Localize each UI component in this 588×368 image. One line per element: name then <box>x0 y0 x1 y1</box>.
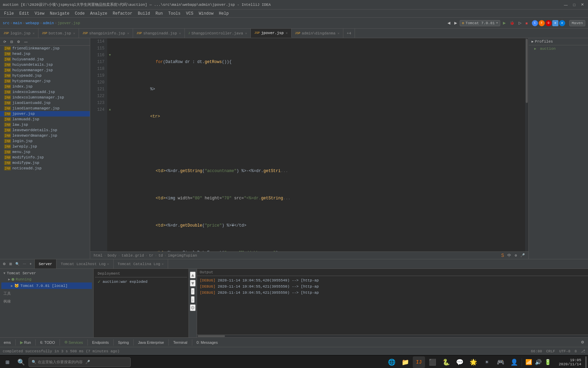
tree-item-head[interactable]: jsp head.jsp <box>0 51 90 57</box>
tree-item-modifyinfo[interactable]: jsp modifyinfo.jsp <box>0 155 90 160</box>
menu-window[interactable]: Window <box>196 11 216 17</box>
taskbar-app6[interactable]: 🎮 <box>494 356 507 368</box>
tab-login-jsp[interactable]: JSP login.jsp ✕ <box>0 29 38 38</box>
fold-arrow-116[interactable]: ▼ <box>107 52 113 59</box>
close-login-tab[interactable]: ✕ <box>33 31 35 35</box>
taskbar-app1[interactable]: ⬛ <box>426 356 439 368</box>
messages-button[interactable]: 0: Messages <box>194 339 220 346</box>
tree-item-jiaodiantuadd[interactable]: jsp jiaodiantuadd.jsp <box>0 100 90 106</box>
endpoints-button[interactable]: Endpoints <box>90 339 111 346</box>
arrow-down2-button[interactable]: ↓ <box>191 296 195 303</box>
bottom-panel-layout[interactable]: ⊞ <box>8 261 13 266</box>
tree-item-indexcolumnsadd[interactable]: jsp indexcolumnsadd.jsp <box>0 89 90 95</box>
taskbar-app4[interactable]: 🌟 <box>467 356 479 368</box>
menu-analyze[interactable]: Analyze <box>87 11 110 17</box>
run-with-coverage[interactable]: ▷ <box>517 20 523 26</box>
tab-dingdanma[interactable]: JSP admin\dingdanma ✕ <box>292 29 343 38</box>
panel-settings-button[interactable]: ⚙ <box>578 339 587 346</box>
running-expand-icon[interactable]: ▶ <box>8 277 10 281</box>
mic-search-icon[interactable]: 🎤 <box>85 360 90 364</box>
menu-navigate[interactable]: Navigate <box>47 11 72 17</box>
close-tomcat-localhost-tab[interactable]: ✕ <box>107 262 109 266</box>
tree-item-leavewordmanager[interactable]: jsp leavewordmanager.jsp <box>0 133 90 138</box>
tree-item-huiyuanmanager[interactable]: jsp huiyuanmanager.jsp <box>0 67 90 73</box>
close-bottom-tab[interactable]: ✕ <box>73 31 75 35</box>
server-tomcat-item[interactable]: ▶ 🐱 Tomcat 7.0.81 [local] <box>1 282 92 289</box>
menu-run[interactable]: Run <box>153 11 166 17</box>
tree-refresh-button[interactable]: ⟳ <box>2 39 7 44</box>
bottom-panel-more[interactable]: ⋯ <box>21 261 28 266</box>
todo-button[interactable]: 6: TODO <box>38 339 58 346</box>
stop-button[interactable]: ■ <box>524 20 529 26</box>
bottom-panel-settings[interactable]: ⚙ <box>1 261 7 266</box>
close-dingdanma-tab[interactable]: ✕ <box>338 31 340 35</box>
maven-button[interactable]: Maven <box>569 20 585 26</box>
close-shangpinadd-tab[interactable]: ✕ <box>179 31 181 35</box>
tree-item-indexcolumnsmanager[interactable]: jsp indexcolumnsmanager.jsp <box>0 95 90 100</box>
tree-item-leaveworddetails[interactable]: jsp leaveworddetails.jsp <box>0 127 90 133</box>
arrow-down-button[interactable]: ▼ <box>190 280 196 287</box>
scrollbar-thumb[interactable] <box>526 39 528 103</box>
menu-vcs[interactable]: VCS <box>183 11 196 17</box>
clock-area[interactable]: 19:05 2020/11/14 <box>556 358 584 366</box>
deployment-item-auction[interactable]: ✓ auction:war exploded <box>95 277 187 286</box>
log-horizontal-scrollbar[interactable] <box>197 335 588 337</box>
opera-icon[interactable]: O <box>545 20 552 26</box>
tomcat-selector[interactable]: ⚙ Tomcat 7.0.81 ▼ <box>460 20 500 26</box>
show-desktop-button[interactable] <box>585 356 587 368</box>
tree-item-lanmuadd[interactable]: jsp lanmuadd.jsp <box>0 117 90 122</box>
network-icon[interactable]: 📶 <box>525 358 533 366</box>
tree-item-login[interactable]: jsp login.jsp <box>0 138 90 144</box>
close-shangpininfo-tab[interactable]: ✕ <box>127 31 129 35</box>
taskbar-explorer-icon[interactable]: 📁 <box>399 356 411 368</box>
gear-side-button[interactable]: ⚙ <box>190 304 196 311</box>
log-scrollbar-thumb[interactable] <box>198 335 225 337</box>
taskbar-browser-icon[interactable]: 🌐 <box>386 356 398 368</box>
run-config-button[interactable]: ▶ <box>502 20 507 26</box>
taskbar-intellij-icon[interactable]: IJ <box>413 356 425 368</box>
bottom-panel-add[interactable]: + <box>28 261 33 266</box>
volume-icon[interactable]: 🔊 <box>534 358 542 366</box>
translate-icon[interactable]: ⚙ <box>514 253 517 258</box>
tree-item-hytypeadd[interactable]: jsp hytypeadd.jsp <box>0 73 90 78</box>
taskbar-app3[interactable]: 💬 <box>454 356 466 368</box>
mic-icon[interactable]: 🎤 <box>520 253 525 258</box>
services-button[interactable]: ⚙ Services <box>62 339 85 346</box>
tree-item-jiaodiantumanager[interactable]: jsp jiaodiantumanager.jsp <box>0 106 90 111</box>
sogou-icon[interactable]: S <box>501 253 504 258</box>
tab-shangpinadd-jsp[interactable]: JSP shangpinadd.jsp ✕ <box>133 29 185 38</box>
fold-arrow-124[interactable]: ▲ <box>107 106 113 113</box>
close-button[interactable]: ✕ <box>579 2 585 7</box>
tree-item-menu[interactable]: jsp menu.jsp <box>0 149 90 155</box>
arrow-up2-button[interactable]: ↑ <box>191 288 195 295</box>
tree-item-friendlinkmanager[interactable]: jsp friendlinkmanager.jsp <box>0 46 90 51</box>
menu-file[interactable]: File <box>1 11 17 17</box>
tab-jpover-jsp[interactable]: JSP jpover.jsp ✕ <box>251 29 291 38</box>
taskbar-search-box[interactable]: 🔍 在这里输入你要搜索的内容 🎤 <box>29 357 131 367</box>
tree-settings-button[interactable]: ⚙ <box>16 39 21 44</box>
taskbar-app5[interactable]: ☀ <box>481 356 493 368</box>
minimize-button[interactable]: — <box>562 2 569 7</box>
menu-build[interactable]: Build <box>135 11 153 17</box>
menu-tools[interactable]: Tools <box>166 11 183 17</box>
menu-view[interactable]: View <box>32 11 47 17</box>
menu-edit[interactable]: Edit <box>17 11 32 17</box>
tree-collapse-button[interactable]: ⊟ <box>9 39 14 44</box>
menu-code[interactable]: Code <box>72 11 87 17</box>
edge-icon[interactable]: e <box>559 20 565 26</box>
arrow-up-button[interactable]: ▲ <box>190 272 196 278</box>
ie-icon[interactable]: e <box>552 20 558 26</box>
chrome-icon[interactable]: C <box>532 20 538 26</box>
close-controller-tab[interactable]: ✕ <box>245 31 247 35</box>
close-jpover-tab[interactable]: ✕ <box>286 31 288 35</box>
server-expand-icon[interactable]: ▼ <box>3 272 5 275</box>
code-lines[interactable]: for(DataRow dr : dt.getRows()){ %> <tr> <box>113 38 525 251</box>
profile-auction[interactable]: ▶ auction <box>529 45 588 52</box>
bottom-tab-server[interactable]: Server <box>35 259 57 269</box>
bottom-tab-tomcat-catalina[interactable]: Tomcat Catalina Log ✕ <box>114 259 168 269</box>
right-panel-arrow[interactable]: ▶ <box>532 40 534 44</box>
tree-pin-button[interactable]: — <box>23 39 29 44</box>
close-tomcat-catalina-tab[interactable]: ✕ <box>162 262 164 266</box>
firefox-icon[interactable]: F <box>539 20 545 26</box>
tree-item-lwreply[interactable]: jsp lwreply.jsp <box>0 144 90 149</box>
